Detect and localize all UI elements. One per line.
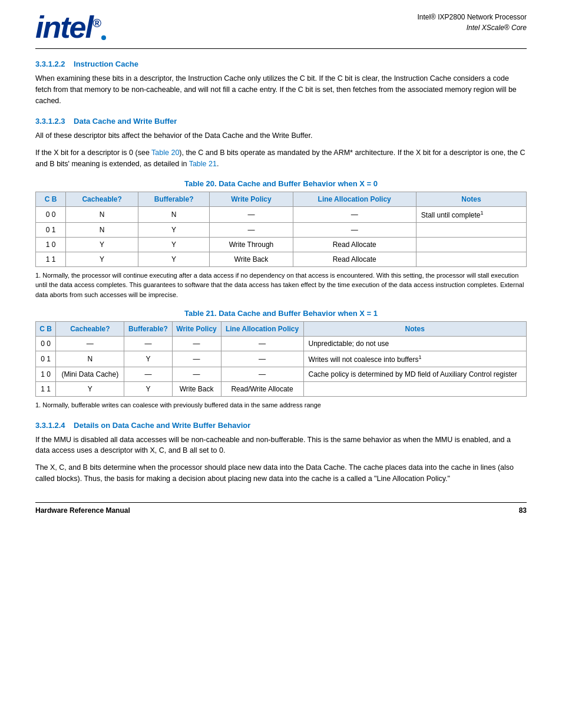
table20-col-notes: Notes [416,192,526,206]
table21-col-notes: Notes [303,322,526,337]
table21: C B Cacheable? Bufferable? Write Policy … [35,321,527,397]
table20-col-writepolicy: Write Policy [210,192,293,206]
section-heading-3312: 3.3.1.2.2 Instruction Cache [35,60,527,68]
section-body-3313-p1: All of these descriptor bits affect the … [35,130,527,141]
table21-col-linealloc: Line Allocation Policy [221,322,303,337]
table20-col-cacheable: Cacheable? [66,192,138,206]
table21-col-cb: C B [36,322,56,337]
table21-footnote: 1. Normally, bufferable writes can coale… [35,400,527,410]
table-row: 0 1 N Y — — Writes will not coalesce int… [36,351,527,367]
table-row: 0 0 — — — — Unpredictable; do not use [36,337,527,351]
table20-col-cb: C B [36,192,66,206]
table-row: 1 0 Y Y Write Through Read Allocate [36,237,527,252]
table-row: 0 0 N N — — Stall until complete1 [36,206,527,222]
document-title: Intel® IXP2800 Network Processor Intel X… [417,12,527,33]
table21-col-cacheable: Cacheable? [56,322,124,337]
table20-col-linealloc: Line Allocation Policy [293,192,416,206]
table21-col-bufferable: Bufferable? [124,322,172,337]
intel-logo: intel® [35,12,106,42]
table21-title: Table 21. Data Cache and Buffer Behavior… [35,309,527,318]
table20-title: Table 20. Data Cache and Buffer Behavior… [35,179,527,188]
table20-container: Table 20. Data Cache and Buffer Behavior… [35,179,527,300]
table20-footnote: 1. Normally, the processor will continue… [35,271,527,300]
page-header: intel® Intel® IXP2800 Network Processor … [35,12,527,42]
table21-container: Table 21. Data Cache and Buffer Behavior… [35,309,527,410]
table20-link[interactable]: Table 20 [151,149,179,157]
footer-right: 83 [519,506,527,515]
table-row: 1 1 Y Y Write Back Read Allocate [36,252,527,266]
table21-col-writepolicy: Write Policy [172,322,221,337]
section-body-3314-p1: If the MMU is disabled all data accesses… [35,434,527,457]
table20: C B Cacheable? Bufferable? Write Policy … [35,192,527,267]
table-row: 0 1 N Y — — [36,222,527,237]
table21-link[interactable]: Table 21 [189,160,217,168]
section-heading-3314: 3.3.1.2.4 Details on Data Cache and Writ… [35,421,527,430]
page-footer: Hardware Reference Manual 83 [35,502,527,515]
section-3314: 3.3.1.2.4 Details on Data Cache and Writ… [35,421,527,485]
section-heading-3313: 3.3.1.2.3 Data Cache and Write Buffer [35,117,527,126]
section-body-3314-p2: The X, C, and B bits determine when the … [35,462,527,485]
section-body-3313-p2: If the X bit for a descriptor is 0 (see … [35,147,527,170]
footer-left: Hardware Reference Manual [35,506,130,515]
section-3313: 3.3.1.2.3 Data Cache and Write Buffer Al… [35,117,527,169]
table20-col-bufferable: Bufferable? [138,192,210,206]
section-3312: 3.3.1.2.2 Instruction Cache When examini… [35,60,527,106]
table-row: 1 0 (Mini Data Cache) — — — Cache policy… [36,367,527,382]
section-body-3312: When examining these bits in a descripto… [35,73,527,106]
table-row: 1 1 Y Y Write Back Read/Write Allocate [36,382,527,397]
